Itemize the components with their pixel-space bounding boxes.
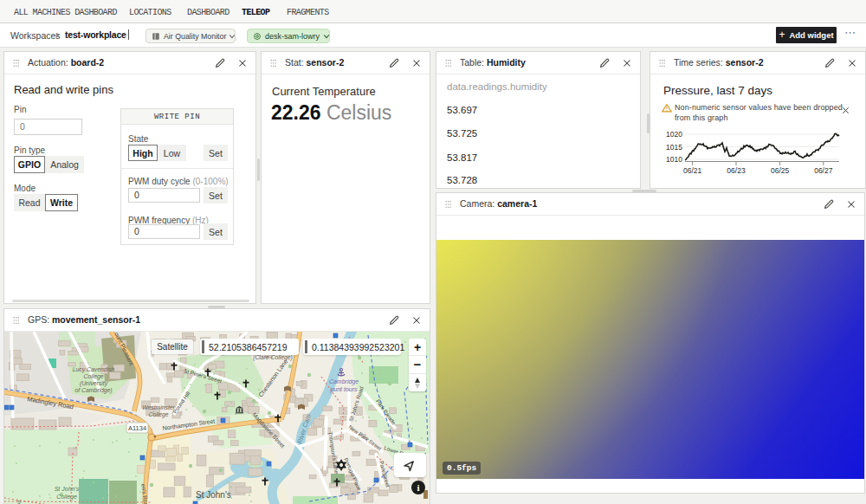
svg-text:College: College: [148, 411, 168, 418]
svg-text:St John's: St John's: [55, 486, 80, 492]
svg-text:'s: 's: [16, 499, 21, 504]
svg-text:06/25: 06/25: [771, 166, 790, 175]
svg-text:College: College: [83, 373, 103, 380]
svg-text:Westminster: Westminster: [142, 404, 175, 410]
svg-text:St John's: St John's: [196, 490, 231, 500]
svg-text:Lucy Cavendish: Lucy Cavendish: [73, 366, 115, 373]
svg-text:(Clare College): (Clare College): [253, 354, 293, 361]
svg-text:(University: (University: [80, 380, 108, 387]
svg-text:06/23: 06/23: [727, 166, 746, 175]
svg-text:06/27: 06/27: [814, 166, 833, 175]
svg-text:punt tours: punt tours: [329, 386, 358, 393]
svg-text:1020: 1020: [666, 130, 682, 139]
svg-text:College: College: [56, 494, 77, 501]
svg-text:1010: 1010: [666, 155, 682, 164]
svg-text:Cambridge: Cambridge: [329, 378, 359, 385]
svg-text:06/21: 06/21: [683, 166, 702, 175]
svg-text:1015: 1015: [666, 143, 682, 152]
svg-text:A1134: A1134: [128, 424, 146, 432]
svg-text:of Cambridge): of Cambridge): [74, 387, 112, 394]
